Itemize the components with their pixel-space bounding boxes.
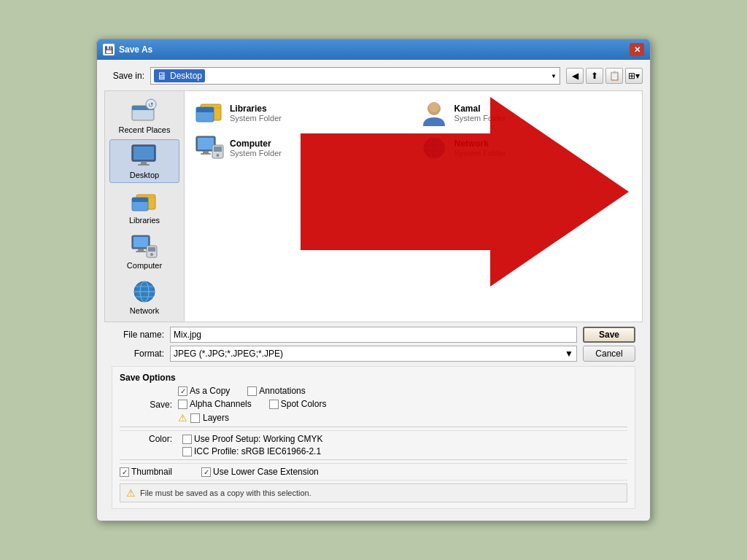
color-row-1: Color: Use Proof Setup: Working CMYK [120, 434, 627, 444]
alpha-channels-label: Alpha Channels [190, 399, 252, 409]
sidebar-item-recent-places[interactable]: ↺ Recent Places [109, 94, 179, 138]
annotations-label: Annotations [259, 386, 305, 396]
proof-setup-checkbox[interactable] [182, 435, 192, 444]
file-name-input[interactable] [170, 327, 577, 343]
option-proof-setup: Use Proof Setup: Working CMYK [182, 434, 323, 444]
cancel-button[interactable]: Cancel [583, 346, 635, 362]
option-as-copy: As a Copy [178, 386, 230, 396]
svg-point-27 [429, 102, 439, 112]
options-row-2: Alpha Channels Spot Colors [178, 399, 326, 409]
svg-rect-12 [133, 237, 148, 247]
alpha-channels-checkbox[interactable] [178, 400, 187, 409]
color-section: Color: Use Proof Setup: Working CMYK ICC… [120, 430, 627, 456]
form-buttons: Save [583, 327, 635, 343]
file-icon-computer [195, 135, 224, 161]
annotations-checkbox[interactable] [247, 386, 257, 396]
file-item-network[interactable]: Network System Folder [415, 132, 637, 164]
sidebar-item-network-label: Network [130, 306, 159, 315]
file-item-kamal[interactable]: Kamal System Folder [415, 97, 637, 129]
sidebar: ↺ Recent Places [104, 90, 185, 322]
file-name-label: File name: [112, 330, 170, 340]
up-button[interactable]: ⬆ [586, 68, 603, 84]
lower-case-checkbox[interactable] [201, 467, 211, 477]
title-bar-left: 💾 Save As [103, 44, 152, 55]
svg-rect-30 [203, 151, 209, 153]
file-info-network: Network System Folder [454, 139, 506, 158]
file-name-libraries: Libraries [230, 104, 282, 114]
sidebar-item-desktop[interactable]: Desktop [109, 139, 179, 183]
warning-bar: ⚠ File must be saved as a copy with this… [120, 483, 627, 502]
as-copy-checkbox[interactable] [178, 386, 187, 396]
save-in-row: Save in: 🖥 Desktop ▼ ◀ ⬆ 📋 ⊞▾ [104, 67, 643, 85]
file-name-row: File name: Save [112, 327, 635, 343]
as-copy-label: As a Copy [190, 386, 230, 396]
svg-point-34 [217, 154, 220, 157]
proof-setup-label: Use Proof Setup: Working CMYK [194, 434, 323, 444]
thumbnail-row: Thumbnail Use Lower Case Extension [120, 463, 627, 481]
icc-profile-label: ICC Profile: sRGB IEC61966-2.1 [194, 446, 321, 456]
recent-places-icon: ↺ [130, 98, 159, 124]
layers-warning-icon: ⚠ [178, 412, 187, 424]
save-in-location: Desktop [170, 71, 202, 81]
svg-rect-10 [132, 198, 148, 202]
save-in-label: Save in: [104, 71, 144, 81]
option-annotations: Annotations [247, 386, 305, 396]
save-as-dialog: 💾 Save As ✕ Save in: 🖥 Desktop ▼ [96, 39, 651, 521]
file-icon-libraries [195, 100, 224, 126]
svg-point-17 [150, 253, 153, 256]
sidebar-item-recent-places-label: Recent Places [119, 125, 171, 134]
save-button[interactable]: Save [583, 327, 635, 343]
sidebar-item-computer-label: Computer [127, 261, 162, 270]
file-name-computer: Computer [230, 139, 282, 149]
svg-rect-16 [148, 247, 155, 252]
back-button[interactable]: ◀ [566, 68, 584, 84]
layers-checkbox[interactable] [190, 413, 200, 423]
spot-colors-label: Spot Colors [281, 399, 327, 409]
sidebar-item-network[interactable]: Network [109, 275, 179, 319]
sidebar-item-desktop-label: Desktop [130, 171, 159, 179]
option-lower-case: Use Lower Case Extension [201, 467, 319, 477]
file-icon-kamal [419, 100, 449, 126]
form-area: File name: Save Format: JPEG (*.JPG;*.JP… [104, 322, 643, 509]
thumbnail-checkbox[interactable] [120, 467, 129, 477]
format-label: Format: [112, 349, 170, 359]
thumbnail-label: Thumbnail [131, 467, 172, 477]
close-button[interactable]: ✕ [630, 43, 644, 56]
option-icc-profile: ICC Profile: sRGB IEC61966-2.1 [182, 446, 321, 456]
file-type-kamal: System Folder [454, 114, 506, 122]
save-in-combo[interactable]: 🖥 Desktop ▼ [150, 67, 560, 85]
combo-dropdown-arrow: ▼ [551, 73, 557, 79]
svg-rect-33 [214, 147, 222, 152]
file-info-kamal: Kamal System Folder [454, 104, 506, 122]
save-options-section: Save Options Save: As a Copy [112, 366, 635, 509]
spot-colors-checkbox[interactable] [269, 400, 279, 409]
file-type-libraries: System Folder [230, 114, 282, 122]
save-options-save-label: Save: [120, 400, 178, 410]
title-bar: 💾 Save As ✕ [97, 39, 650, 60]
format-row: Format: JPEG (*.JPG;*.JPEG;*.JPE) ▼ Canc… [112, 346, 635, 362]
recent-locations-button[interactable]: 📋 [605, 68, 623, 84]
format-combo[interactable]: JPEG (*.JPG;*.JPEG;*.JPE) ▼ [170, 346, 577, 362]
save-in-location-icon: 🖥 [157, 70, 167, 82]
libraries-icon [130, 188, 159, 214]
view-button[interactable]: ⊞▾ [625, 68, 643, 84]
option-alpha-channels: Alpha Channels [178, 399, 252, 409]
svg-rect-13 [138, 249, 144, 251]
warning-bar-icon: ⚠ [126, 487, 136, 499]
sidebar-item-computer[interactable]: Computer [109, 230, 179, 273]
icc-profile-checkbox[interactable] [182, 447, 192, 456]
cancel-buttons: Cancel [583, 346, 635, 362]
options-list: As a Copy Annotations [178, 386, 326, 424]
svg-rect-7 [138, 164, 150, 166]
dialog-title: Save As [119, 44, 152, 55]
file-item-computer[interactable]: Computer System Folder [190, 132, 412, 164]
computer-icon [130, 233, 159, 260]
file-list: Libraries System Folder [185, 90, 643, 322]
color-label: Color: [120, 434, 178, 444]
svg-text:↺: ↺ [148, 101, 154, 109]
file-info-computer: Computer System Folder [230, 139, 282, 158]
sidebar-item-libraries[interactable]: Libraries [109, 184, 179, 228]
file-item-libraries[interactable]: Libraries System Folder [190, 97, 412, 129]
sidebar-item-libraries-label: Libraries [129, 216, 160, 225]
layers-label: Layers [203, 413, 229, 423]
